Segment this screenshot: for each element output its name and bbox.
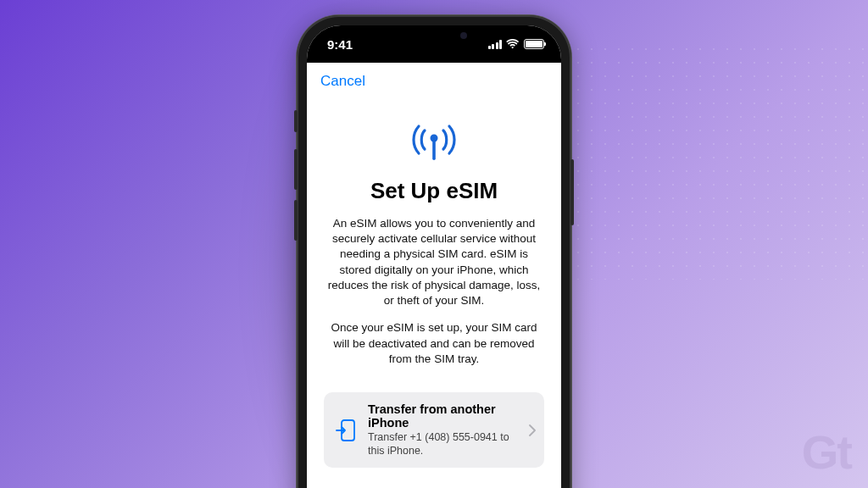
- status-icons: [488, 39, 545, 49]
- nav-bar: Cancel: [307, 63, 561, 100]
- page-title: Set Up eSIM: [324, 178, 544, 204]
- volume-down-button: [294, 200, 298, 241]
- background-dot-grid: [571, 42, 868, 280]
- phone-screen: 9:41 Cancel: [307, 25, 561, 488]
- battery-fill: [526, 41, 542, 47]
- cellular-signal-icon: [488, 40, 503, 49]
- transfer-option-button[interactable]: Transfer from another iPhone Transfer +1…: [324, 392, 544, 469]
- mute-switch: [294, 110, 298, 132]
- transfer-icon: [336, 419, 356, 442]
- volume-up-button: [294, 149, 298, 190]
- notch: [379, 25, 489, 49]
- phone-mockup: 9:41 Cancel: [297, 15, 571, 488]
- phone-frame: 9:41 Cancel: [297, 15, 571, 488]
- battery-icon: [524, 39, 544, 49]
- wifi-icon: [506, 39, 520, 49]
- cellular-antenna-icon: [411, 124, 457, 163]
- power-button: [570, 159, 574, 225]
- status-time: 9:41: [327, 37, 353, 52]
- watermark-logo: Gt: [802, 424, 851, 480]
- cancel-button[interactable]: Cancel: [320, 73, 365, 90]
- description-paragraph-1: An eSIM allows you to conveniently and s…: [324, 216, 544, 308]
- option-subtitle: Transfer +1 (408) 555-0941 to this iPhon…: [368, 430, 517, 458]
- option-text: Transfer from another iPhone Transfer +1…: [368, 402, 517, 458]
- option-title: Transfer from another iPhone: [368, 402, 517, 430]
- svg-rect-1: [432, 140, 436, 160]
- chevron-right-icon: [529, 424, 536, 436]
- description-paragraph-2: Once your eSIM is set up, your SIM card …: [324, 320, 544, 367]
- content-area: Set Up eSIM An eSIM allows you to conven…: [307, 100, 561, 468]
